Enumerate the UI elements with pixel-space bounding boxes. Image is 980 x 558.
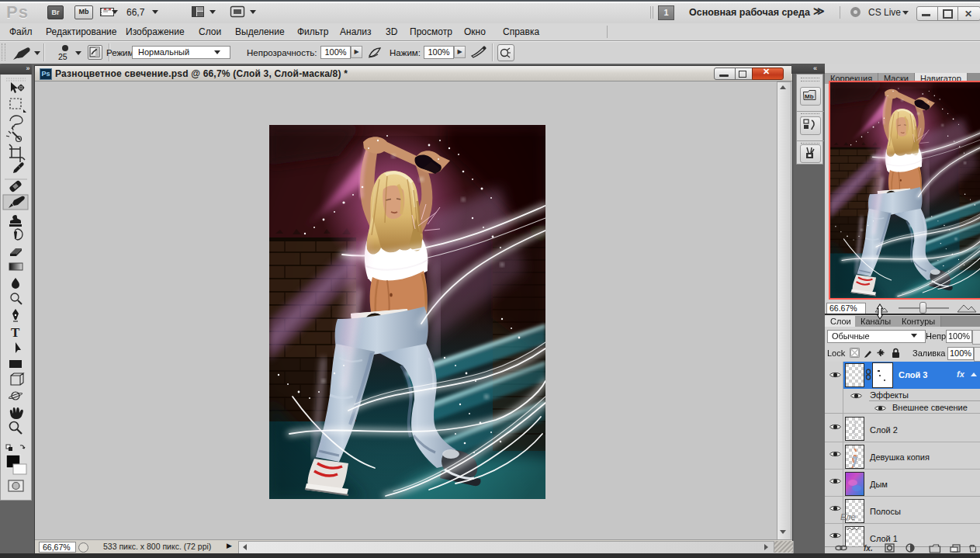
svg-text:fx.: fx. bbox=[864, 544, 873, 553]
svg-text:Mb: Mb bbox=[805, 93, 814, 100]
svg-text:T: T bbox=[11, 325, 20, 340]
